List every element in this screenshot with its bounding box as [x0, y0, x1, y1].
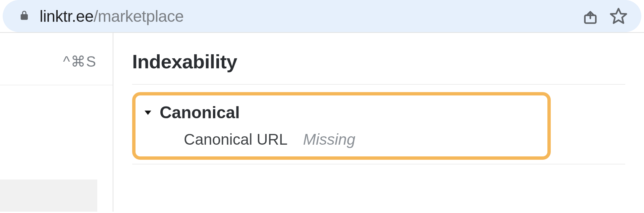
lock-icon [19, 9, 30, 23]
sidebar-footer-block [0, 180, 97, 212]
browser-address-bar: linktr.ee/marketplace [3, 0, 641, 32]
address-bar-actions [581, 7, 628, 25]
canonical-url-key: Canonical URL [184, 130, 287, 148]
share-icon[interactable] [581, 7, 600, 25]
url-domain: linktr.ee [40, 7, 94, 25]
caret-down-icon [142, 107, 154, 118]
canonical-collapse-header[interactable]: Canonical [142, 103, 541, 122]
section-divider [132, 164, 625, 164]
sidebar-shortcut-row[interactable]: ^⌘S [0, 53, 113, 85]
main-panel: Indexability Canonical Canonical URL Mis… [113, 33, 644, 212]
content-area: ^⌘S Indexability Canonical Canonical URL… [0, 32, 644, 212]
star-icon[interactable] [609, 7, 628, 25]
svg-marker-2 [611, 9, 627, 23]
url-display[interactable]: linktr.ee/marketplace [40, 7, 572, 25]
canonical-highlight-box: Canonical Canonical URL Missing [132, 92, 551, 160]
canonical-url-value: Missing [303, 130, 355, 148]
canonical-url-row: Canonical URL Missing [142, 130, 541, 148]
section-title-indexability: Indexability [132, 50, 625, 85]
shortcut-label: ^⌘S [63, 53, 97, 70]
svg-marker-3 [145, 111, 151, 115]
url-path: /marketplace [94, 7, 184, 25]
sidebar: ^⌘S [0, 33, 113, 212]
canonical-section-label: Canonical [160, 103, 240, 122]
